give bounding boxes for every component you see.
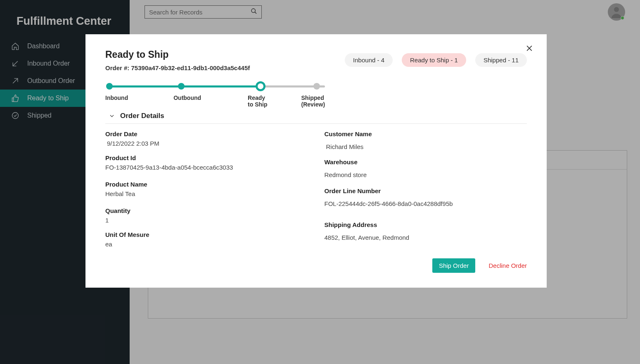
progress-label: Inbound [105, 95, 128, 108]
progress-node-inbound [106, 83, 113, 90]
decline-order-button[interactable]: Decline Order [488, 262, 527, 269]
ship-order-button[interactable]: Ship Order [432, 258, 476, 273]
modal-title: Ready to Ship [105, 49, 250, 60]
progress-label: Ready to Ship [248, 95, 269, 108]
value-customer: Richard Miles [325, 143, 527, 150]
progress-node-shipped [313, 83, 320, 90]
order-number: Order #: 75390a47-9b32-ed11-9db1-000d3a5… [105, 64, 250, 71]
label-product-id: Product Id [105, 154, 308, 161]
pill-ready-to-ship[interactable]: Ready to Ship - 1 [402, 53, 466, 67]
section-order-details-toggle[interactable]: Order Details [105, 112, 527, 124]
value-product-id: FO-13870425-9a13-4bda-a054-bcecca6c3033 [105, 164, 308, 171]
pill-inbound[interactable]: Inbound - 4 [345, 53, 393, 67]
close-button[interactable] [524, 43, 535, 56]
label-warehouse: Warehouse [325, 158, 527, 165]
value-line-no: FOL-225444dc-26f5-4666-8da0-0ac4288df95b [325, 200, 527, 207]
value-product-name: Herbal Tea [105, 190, 308, 197]
value-order-date: 9/12/2022 2:03 PM [105, 140, 308, 147]
label-ship-addr: Shipping Address [325, 221, 527, 228]
value-ship-addr: 4852, Elliot, Avenue, Redmond [325, 234, 527, 241]
label-quantity: Quantity [105, 207, 308, 214]
progress-tracker: Inbound Outbound Ready to Ship Shipped (… [105, 83, 328, 104]
label-uom: Unit Of Mesure [105, 231, 308, 238]
progress-node-outbound [178, 83, 185, 90]
value-warehouse: Redmond store [325, 171, 527, 178]
progress-node-ready [256, 81, 265, 91]
label-product-name: Product Name [105, 181, 308, 188]
chevron-down-icon [109, 113, 115, 119]
label-order-date: Order Date [105, 130, 308, 137]
value-quantity: 1 [105, 217, 308, 224]
label-customer: Customer Name [325, 130, 527, 137]
progress-label: Shipped (Review) [301, 95, 328, 108]
pill-shipped[interactable]: Shipped - 11 [475, 53, 527, 67]
progress-label: Outbound [173, 95, 201, 108]
value-uom: ea [105, 241, 308, 248]
order-detail-modal: Ready to Ship Order #: 75390a47-9b32-ed1… [85, 34, 547, 288]
label-line-no: Order Line Number [325, 187, 527, 194]
